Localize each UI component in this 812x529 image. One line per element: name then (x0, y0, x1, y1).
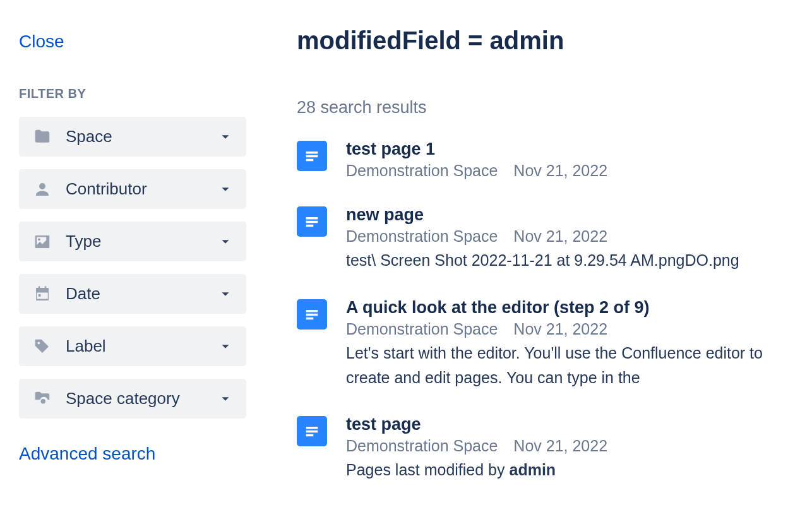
search-query-title: modifiedField = admin (297, 27, 793, 55)
chevron-down-icon (218, 287, 232, 301)
result-snippet: Let's start with the editor. You'll use … (346, 341, 793, 390)
filter-space[interactable]: Space (19, 117, 246, 157)
person-icon (33, 180, 52, 199)
filter-list: Space Contributor Type Date Label Space … (19, 117, 246, 419)
result-list: test page 1 Demonstration Space Nov 21, … (297, 140, 793, 482)
result-date: Nov 21, 2022 (513, 227, 607, 245)
result-title: A quick look at the editor (step 2 of 9) (346, 298, 793, 318)
result-meta: Demonstration Space Nov 21, 2022 (346, 437, 793, 455)
filter-sidebar: Close FILTER BY Space Contributor Type D… (0, 0, 265, 529)
result-count: 28 search results (297, 98, 793, 117)
page-icon (297, 416, 327, 446)
result-title: new page (346, 205, 793, 225)
result-date: Nov 21, 2022 (513, 320, 607, 338)
folder-cog-icon (33, 389, 52, 408)
result-snippet: test\ Screen Shot 2022-11-21 at 9.29.54 … (346, 248, 793, 273)
result-title: test page (346, 415, 793, 434)
search-results-panel: modifiedField = admin 28 search results … (265, 0, 812, 529)
close-link[interactable]: Close (19, 32, 64, 52)
result-meta: Demonstration Space Nov 21, 2022 (346, 227, 793, 246)
result-snippet: Pages last modified by admin (346, 458, 793, 482)
filter-label: Label (66, 336, 218, 356)
result-space: Demonstration Space (346, 162, 498, 179)
filter-label: Type (66, 232, 218, 251)
result-body: test page Demonstration Space Nov 21, 20… (346, 415, 793, 482)
result-meta: Demonstration Space Nov 21, 2022 (346, 320, 793, 338)
filter-contributor[interactable]: Contributor (19, 169, 246, 209)
advanced-search-link[interactable]: Advanced search (19, 444, 155, 464)
filter-type[interactable]: Type (19, 222, 246, 261)
image-icon (33, 232, 52, 251)
result-space: Demonstration Space (346, 320, 498, 338)
chevron-down-icon (218, 130, 232, 144)
filter-label[interactable]: Label (19, 326, 246, 366)
page-icon (297, 141, 327, 171)
result-body: test page 1 Demonstration Space Nov 21, … (346, 140, 793, 180)
result-meta: Demonstration Space Nov 21, 2022 (346, 162, 793, 180)
result-body: new page Demonstration Space Nov 21, 202… (346, 205, 793, 273)
filter-space-category[interactable]: Space category (19, 379, 246, 419)
result-title: test page 1 (346, 140, 793, 159)
filter-label: Contributor (66, 179, 218, 199)
calendar-icon (33, 285, 52, 304)
filter-label: Date (66, 284, 218, 304)
result-date: Nov 21, 2022 (513, 437, 607, 455)
result-space: Demonstration Space (346, 227, 498, 245)
chevron-down-icon (218, 392, 232, 406)
result-item[interactable]: A quick look at the editor (step 2 of 9)… (297, 298, 793, 390)
page-icon (297, 299, 327, 330)
filter-label: Space (66, 127, 218, 146)
filter-date[interactable]: Date (19, 274, 246, 314)
chevron-down-icon (218, 235, 232, 249)
filter-label: Space category (66, 389, 218, 408)
result-item[interactable]: new page Demonstration Space Nov 21, 202… (297, 205, 793, 273)
page-icon (297, 206, 327, 237)
result-space: Demonstration Space (346, 437, 498, 455)
result-body: A quick look at the editor (step 2 of 9)… (346, 298, 793, 390)
chevron-down-icon (218, 182, 232, 196)
result-item[interactable]: test page Demonstration Space Nov 21, 20… (297, 415, 793, 482)
folder-icon (33, 128, 52, 146)
result-item[interactable]: test page 1 Demonstration Space Nov 21, … (297, 140, 793, 180)
tag-icon (33, 337, 52, 356)
filter-heading: FILTER BY (19, 86, 246, 101)
result-date: Nov 21, 2022 (513, 162, 607, 179)
chevron-down-icon (218, 340, 232, 354)
